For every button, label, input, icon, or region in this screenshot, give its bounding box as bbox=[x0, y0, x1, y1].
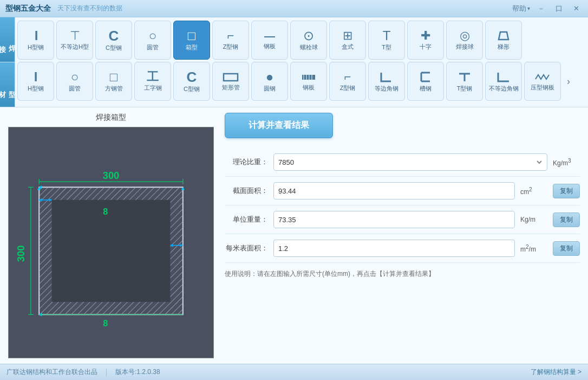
surface-row: 每米表面积： m2/m 复制 bbox=[225, 234, 580, 263]
weight-copy-button[interactable]: 复制 bbox=[553, 212, 580, 227]
svg-rect-21 bbox=[170, 200, 182, 302]
status-divider bbox=[106, 369, 107, 376]
diagram-canvas: 300 300 bbox=[8, 127, 214, 358]
svg-rect-22 bbox=[52, 200, 171, 302]
tool-z-steel[interactable]: ⌐ Z型钢 bbox=[212, 21, 249, 60]
surface-input[interactable] bbox=[273, 240, 515, 257]
density-select[interactable]: 7850 7800 7900 bbox=[273, 153, 547, 171]
tool-m-press-plate[interactable]: 压型钢板 bbox=[524, 62, 561, 101]
category-weld[interactable]: 焊接 bbox=[0, 17, 15, 62]
m-angle-equal-icon bbox=[379, 70, 394, 83]
c-steel-icon: C bbox=[109, 29, 119, 43]
area-copy-button[interactable]: 复制 bbox=[553, 184, 580, 198]
tool-m-angle-unequal[interactable]: 不等边角钢 bbox=[485, 62, 522, 101]
tool-steel-plate[interactable]: — 钢板 bbox=[251, 21, 288, 60]
m-channel-icon bbox=[418, 70, 433, 83]
m-plate-icon bbox=[301, 72, 316, 82]
bolt-ball-icon: ⊙ bbox=[303, 29, 314, 42]
unequal-h-icon: ⊤ bbox=[70, 30, 80, 42]
svg-rect-1 bbox=[224, 74, 238, 81]
minimize-button[interactable]: － bbox=[534, 3, 548, 15]
surface-label: 每米表面积： bbox=[225, 243, 268, 253]
tool-m-square-pipe[interactable]: □ 方钢管 bbox=[95, 62, 132, 101]
area-input[interactable] bbox=[273, 182, 515, 199]
material-tool-row: I H型钢 ○ 圆管 □ 方钢管 工 工字钢 C C型钢 bbox=[17, 62, 586, 101]
density-row: 理论比重： 7850 7800 7900 Kg/m3 bbox=[225, 148, 580, 177]
help-button[interactable]: 帮助 ▾ bbox=[512, 4, 530, 14]
m-round-pipe-icon: ○ bbox=[71, 70, 79, 83]
tool-t-steel[interactable]: T T型 bbox=[368, 21, 405, 60]
weight-input[interactable] bbox=[273, 211, 515, 228]
tool-m-round-steel[interactable]: ● 圆钢 bbox=[251, 62, 288, 101]
surface-copy-button[interactable]: 复制 bbox=[553, 241, 580, 256]
scroll-right-button[interactable]: › bbox=[563, 76, 574, 87]
svg-text:8: 8 bbox=[103, 207, 108, 216]
tool-m-rect-pipe[interactable]: 矩形管 bbox=[212, 62, 249, 101]
t-steel-icon: T bbox=[383, 29, 391, 42]
area-row: 截面面积： cm2 复制 bbox=[225, 177, 580, 205]
tool-h-steel[interactable]: I H型钢 bbox=[17, 21, 54, 60]
tool-m-angle-equal[interactable]: 等边角钢 bbox=[368, 62, 405, 101]
svg-rect-18 bbox=[39, 187, 183, 199]
restore-button[interactable]: 口 bbox=[552, 3, 566, 15]
tool-box[interactable]: □ 箱型 bbox=[173, 21, 210, 60]
tool-m-round-pipe[interactable]: ○ 圆管 bbox=[56, 62, 93, 101]
tool-m-h-steel[interactable]: I H型钢 bbox=[17, 62, 54, 101]
close-button[interactable]: ✕ bbox=[570, 3, 583, 14]
category-material[interactable]: 型材 bbox=[0, 62, 15, 107]
company-label: 广联达钢结构和工作台联合出品 bbox=[6, 368, 97, 377]
m-rect-pipe-icon bbox=[223, 72, 239, 82]
tool-m-plate[interactable]: 钢板 bbox=[290, 62, 327, 101]
tool-m-c-steel[interactable]: C C型钢 bbox=[173, 62, 210, 101]
z-steel-icon: ⌐ bbox=[227, 30, 234, 42]
m-angle-unequal-icon bbox=[496, 70, 511, 83]
tool-m-z-steel[interactable]: ⌐ Z型钢 bbox=[329, 62, 366, 101]
tool-unequal-h[interactable]: ⊤ 不等边H型 bbox=[56, 21, 93, 60]
m-c-steel-icon: C bbox=[187, 70, 197, 84]
tool-trapezoid[interactable]: 梯形 bbox=[485, 21, 522, 60]
tool-round-pipe[interactable]: ○ 圆管 bbox=[134, 21, 171, 60]
app-title: 型钢五金大全 bbox=[5, 4, 51, 14]
m-i-beam-icon: 工 bbox=[147, 71, 159, 83]
density-unit: Kg/m3 bbox=[553, 158, 580, 167]
calculate-button[interactable]: 计算并查看结果 bbox=[225, 113, 333, 138]
trapezoid-icon bbox=[496, 30, 511, 42]
weight-unit: Kg/m bbox=[520, 216, 547, 223]
statusbar-left: 广联达钢结构和工作台联合出品 版本号:1.2.0.38 bbox=[6, 368, 160, 377]
svg-text:300: 300 bbox=[15, 246, 27, 262]
svg-text:8: 8 bbox=[103, 318, 108, 328]
tool-bolt-ball[interactable]: ⊙ 螺栓球 bbox=[290, 21, 327, 60]
knowledge-link[interactable]: 了解钢结构算量 > bbox=[531, 368, 582, 377]
tool-m-t-steel[interactable]: T型钢 bbox=[446, 62, 483, 101]
m-press-plate-icon bbox=[534, 72, 551, 82]
cross-icon: ✚ bbox=[421, 30, 430, 42]
tool-c-steel[interactable]: C C型钢 bbox=[95, 21, 132, 60]
tool-box-style[interactable]: ⊞ 盒式 bbox=[329, 21, 366, 60]
svg-rect-19 bbox=[39, 302, 183, 314]
titlebar: 型钢五金大全 天下没有查不到的数据 帮助 ▾ － 口 ✕ bbox=[0, 0, 588, 17]
round-pipe-icon: ○ bbox=[149, 29, 157, 42]
version-label: 版本号:1.2.0.38 bbox=[115, 368, 160, 377]
tool-weld-ball[interactable]: ◎ 焊接球 bbox=[446, 21, 483, 60]
surface-unit: m2/m bbox=[520, 244, 547, 253]
category-labels: 焊接 型材 bbox=[0, 17, 15, 107]
weight-row: 单位重量： Kg/m 复制 bbox=[225, 205, 580, 234]
tool-m-i-beam[interactable]: 工 工字钢 bbox=[134, 62, 171, 101]
tool-cross[interactable]: ✚ 十字 bbox=[407, 21, 444, 60]
steel-plate-icon: — bbox=[264, 30, 275, 41]
svg-text:300: 300 bbox=[103, 170, 120, 181]
chevron-down-icon: ▾ bbox=[527, 5, 530, 11]
diagram-title: 焊接箱型 bbox=[8, 113, 214, 123]
m-z-steel-icon: ⌐ bbox=[344, 71, 351, 83]
app-subtitle: 天下没有查不到的数据 bbox=[57, 4, 122, 13]
box-icon: □ bbox=[188, 29, 196, 42]
svg-rect-20 bbox=[39, 200, 51, 302]
form-panel: 计算并查看结果 理论比重： 7850 7800 7900 Kg/m3 截面面积：… bbox=[225, 113, 580, 358]
svg-rect-2 bbox=[302, 75, 315, 80]
main-content: 焊接箱型 300 300 bbox=[0, 107, 588, 364]
diagram-panel: 焊接箱型 300 300 bbox=[8, 113, 214, 358]
area-unit: cm2 bbox=[520, 186, 547, 196]
tool-m-channel[interactable]: 槽钢 bbox=[407, 62, 444, 101]
m-t-steel-icon bbox=[457, 70, 472, 83]
svg-marker-0 bbox=[499, 32, 508, 40]
